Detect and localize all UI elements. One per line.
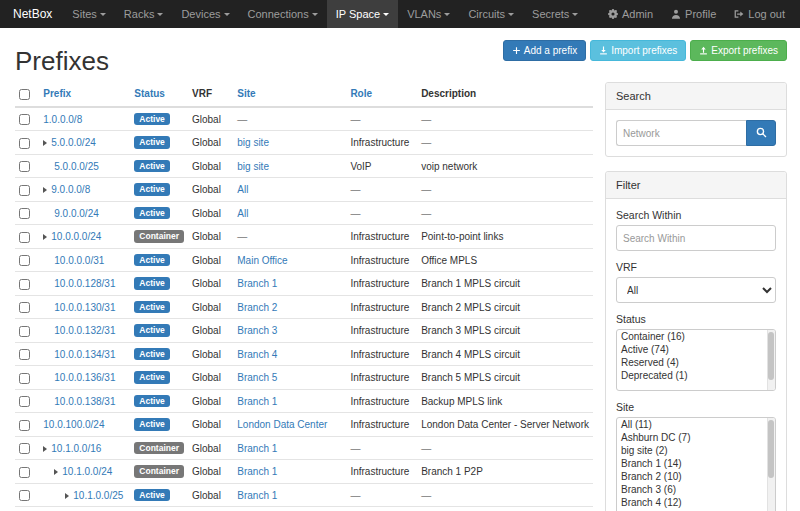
prefix-link[interactable]: 9.0.0.0/24 [54, 208, 98, 219]
row-checkbox[interactable] [19, 232, 30, 243]
search-input[interactable] [616, 120, 746, 146]
import-prefixes-button[interactable]: Import prefixes [590, 40, 686, 61]
filter-option[interactable]: Branch 4 (12) [617, 496, 775, 509]
prefix-link[interactable]: 10.1.0.0/24 [62, 466, 112, 477]
status-badge: Container [134, 465, 184, 478]
filter-option[interactable]: big site (2) [617, 444, 775, 457]
action-buttons: Add a prefixImport prefixesExport prefix… [499, 40, 787, 61]
prefix-link[interactable]: 10.0.100.0/24 [43, 419, 104, 430]
site-link[interactable]: London Data Center [237, 419, 327, 430]
filter-panel-title: Filter [606, 172, 786, 199]
row-checkbox[interactable] [19, 138, 30, 149]
prefix-link[interactable]: 10.0.0.0/24 [51, 231, 101, 242]
filter-option[interactable]: Branch 3 (6) [617, 483, 775, 496]
prefix-link[interactable]: 10.0.0.130/31 [54, 302, 115, 313]
vrf-cell: Global [188, 460, 233, 484]
site-link[interactable]: Branch 3 [237, 325, 277, 336]
site-link[interactable]: big site [237, 137, 269, 148]
prefix-link[interactable]: 10.0.0.134/31 [54, 349, 115, 360]
prefix-link[interactable]: 10.1.0.0/25 [73, 490, 123, 501]
column-header-description: Description [417, 82, 593, 107]
nav-item-profile[interactable]: Profile [662, 0, 725, 28]
row-checkbox[interactable] [19, 208, 30, 219]
nav-item-admin[interactable]: Admin [599, 0, 662, 28]
column-header-prefix[interactable]: Prefix [39, 82, 130, 107]
export-prefixes-button[interactable]: Export prefixes [690, 40, 787, 61]
site-link[interactable]: Branch 4 [237, 349, 277, 360]
filter-option[interactable]: Deprecated (1) [617, 369, 775, 382]
vrf-select[interactable]: All [616, 277, 776, 303]
filter-option[interactable]: All (11) [617, 418, 775, 431]
prefix-link[interactable]: 10.0.0.0/31 [54, 255, 104, 266]
site-link[interactable]: Branch 1 [237, 396, 277, 407]
filter-option[interactable]: Reserved (4) [617, 356, 775, 369]
row-checkbox[interactable] [19, 490, 30, 501]
nav-item-log-out[interactable]: Log out [725, 0, 794, 28]
column-header-role[interactable]: Role [346, 82, 417, 107]
site-link[interactable]: Branch 1 [237, 443, 277, 454]
nav-item-racks[interactable]: Racks [115, 0, 173, 28]
site-link[interactable]: Branch 1 [237, 466, 277, 477]
row-checkbox[interactable] [19, 467, 30, 478]
search-panel: Search [605, 82, 787, 157]
column-header-site[interactable]: Site [233, 82, 346, 107]
row-checkbox[interactable] [19, 326, 30, 337]
scrollbar[interactable] [767, 330, 775, 390]
row-checkbox[interactable] [19, 302, 30, 313]
nav-item-sites[interactable]: Sites [63, 0, 114, 28]
select-all-checkbox[interactable] [19, 89, 30, 100]
role-cell: Infrastructure [346, 225, 417, 249]
row-checkbox[interactable] [19, 255, 30, 266]
site-link[interactable]: Branch 1 [237, 490, 277, 501]
row-checkbox[interactable] [19, 396, 30, 407]
prefix-link[interactable]: 10.0.0.132/31 [54, 325, 115, 336]
scrollbar[interactable] [767, 418, 775, 511]
row-checkbox[interactable] [19, 443, 30, 454]
search-button[interactable] [746, 120, 776, 146]
prefix-link[interactable]: 10.0.0.136/31 [54, 372, 115, 383]
vrf-cell: Global [188, 342, 233, 366]
row-checkbox[interactable] [19, 279, 30, 290]
search-within-input[interactable] [616, 225, 776, 251]
filter-option[interactable]: Active (74) [617, 343, 775, 356]
row-checkbox[interactable] [19, 373, 30, 384]
site-listbox[interactable]: All (11)Ashburn DC (7)big site (2)Branch… [616, 417, 776, 511]
site-link[interactable]: Main Office [237, 255, 287, 266]
description-cell: voip network [417, 154, 593, 178]
nav-item-connections[interactable]: Connections [239, 0, 327, 28]
add-a-prefix-button[interactable]: Add a prefix [503, 40, 586, 61]
filter-option[interactable]: Ashburn DC (7) [617, 431, 775, 444]
filter-option[interactable]: Branch 1 (14) [617, 457, 775, 470]
row-checkbox[interactable] [19, 420, 30, 431]
brand-logo[interactable]: NetBox [0, 0, 63, 28]
role-cell: Infrastructure [346, 342, 417, 366]
site-link[interactable]: big site [237, 161, 269, 172]
site-link[interactable]: All [237, 184, 248, 195]
row-checkbox[interactable] [19, 114, 30, 125]
row-checkbox[interactable] [19, 161, 30, 172]
row-checkbox[interactable] [19, 349, 30, 360]
site-link[interactable]: All [237, 208, 248, 219]
nav-item-circuits[interactable]: Circuits [459, 0, 523, 28]
table-row: 10.0.0.0/31ActiveGlobalMain OfficeInfras… [15, 248, 593, 272]
nav-item-devices[interactable]: Devices [172, 0, 238, 28]
prefix-link[interactable]: 10.0.0.128/31 [54, 278, 115, 289]
site-link[interactable]: Branch 2 [237, 302, 277, 313]
site-link[interactable]: Branch 1 [237, 278, 277, 289]
nav-item-secrets[interactable]: Secrets [523, 0, 587, 28]
prefix-link[interactable]: 10.0.0.138/31 [54, 396, 115, 407]
nav-item-ip-space[interactable]: IP Space [327, 0, 398, 28]
nav-item-vlans[interactable]: VLANs [398, 0, 459, 28]
row-checkbox[interactable] [19, 185, 30, 196]
filter-option[interactable]: Container (16) [617, 330, 775, 343]
status-listbox[interactable]: Container (16)Active (74)Reserved (4)Dep… [616, 329, 776, 391]
filter-option[interactable]: Branch 2 (10) [617, 470, 775, 483]
site-link[interactable]: Branch 5 [237, 372, 277, 383]
column-header-status[interactable]: Status [130, 82, 188, 107]
prefix-link[interactable]: 9.0.0.0/8 [51, 184, 90, 195]
prefix-link[interactable]: 1.0.0.0/8 [43, 114, 82, 125]
prefix-link[interactable]: 10.1.0.0/16 [51, 443, 101, 454]
prefix-link[interactable]: 5.0.0.0/25 [54, 161, 98, 172]
empty-value: — [421, 137, 431, 148]
prefix-link[interactable]: 5.0.0.0/24 [51, 137, 95, 148]
